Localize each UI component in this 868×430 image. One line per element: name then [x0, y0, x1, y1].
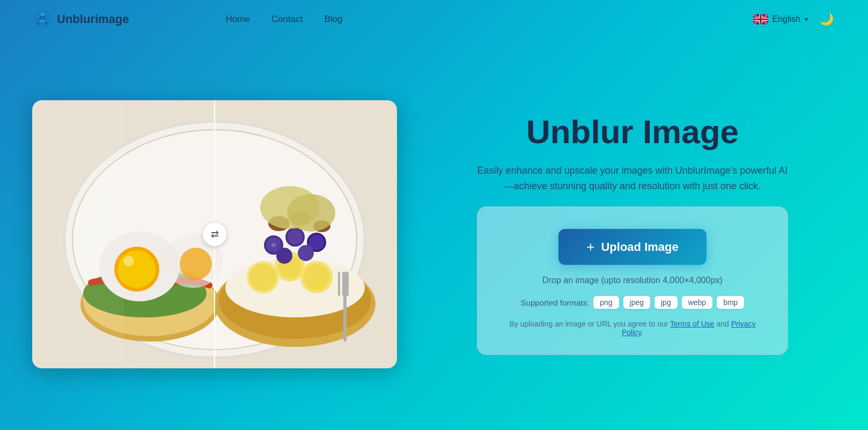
svg-rect-41 [338, 272, 340, 296]
logo-text: Unblurimage [57, 12, 129, 26]
svg-rect-42 [342, 272, 344, 296]
language-selector[interactable]: English ▾ [753, 14, 808, 25]
format-webp: webp [682, 296, 712, 309]
format-jpeg: jpeg [623, 296, 650, 309]
hero-title: Unblur Image [526, 114, 739, 150]
hero-subtitle: Easily enhance and upscale your images w… [477, 163, 788, 194]
compare-handle[interactable]: ⇄ [203, 223, 226, 246]
format-bmp: bmp [717, 296, 744, 309]
nav-links: Home Contact Blog [225, 14, 342, 25]
flag-uk-icon [753, 14, 768, 25]
upload-button-label: Upload Image [601, 240, 678, 254]
formats-row: Supported formats: png jpeg jpg webp bmp [521, 296, 745, 309]
svg-point-28 [271, 243, 276, 247]
drop-text: Drop an image (upto resolution 4,000×4,0… [542, 276, 723, 285]
navbar: Unblurimage Home Contact Blog English ▾ … [0, 0, 868, 39]
language-label: English [773, 14, 800, 24]
svg-rect-44 [32, 100, 215, 368]
terms-text: By uploading an image or URL you agree t… [499, 320, 766, 337]
svg-point-30 [288, 229, 303, 244]
chevron-down-icon: ▾ [805, 16, 808, 23]
format-png: png [593, 296, 619, 309]
svg-point-39 [287, 194, 335, 232]
nav-right: English ▾ 🌙 [753, 10, 836, 29]
svg-point-1 [41, 13, 44, 16]
upload-card: + Upload Image Drop an image (upto resol… [477, 206, 788, 355]
nav-contact[interactable]: Contact [271, 14, 303, 25]
plus-icon: + [586, 239, 594, 255]
nav-home[interactable]: Home [225, 14, 249, 25]
svg-point-21 [249, 264, 276, 291]
svg-point-33 [276, 248, 292, 264]
svg-point-0 [33, 10, 52, 29]
main-content: ⇄ Unblur Image Easily enhance and upscal… [0, 39, 868, 430]
svg-point-34 [298, 245, 314, 261]
svg-rect-43 [347, 272, 349, 296]
svg-point-25 [304, 264, 329, 290]
upload-image-button[interactable]: + Upload Image [558, 229, 706, 265]
image-compare-widget[interactable]: ⇄ [32, 100, 397, 368]
nav-blog[interactable]: Blog [324, 14, 342, 25]
format-jpg: jpg [654, 296, 678, 309]
theme-toggle-button[interactable]: 🌙 [816, 10, 836, 29]
terms-of-use-link[interactable]: Terms of Use [670, 320, 714, 328]
formats-label: Supported formats: [521, 298, 590, 307]
logo-icon [32, 9, 53, 29]
logo[interactable]: Unblurimage [32, 9, 129, 29]
right-content: Unblur Image Easily enhance and upscale … [429, 114, 836, 355]
